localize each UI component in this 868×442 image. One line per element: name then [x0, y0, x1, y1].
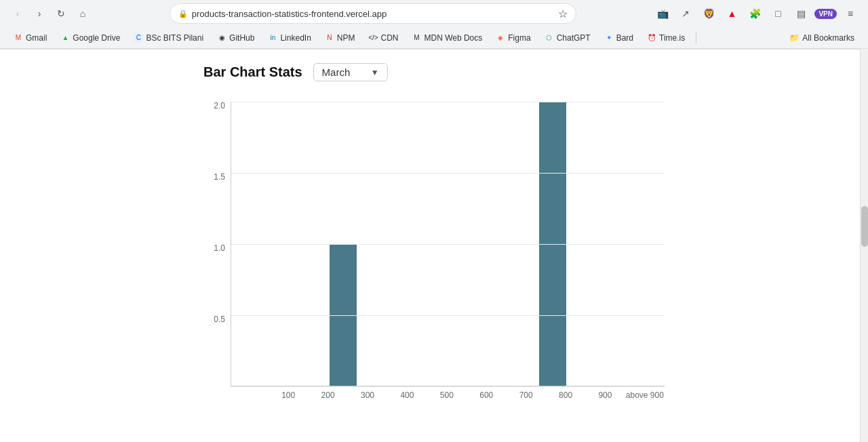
address-bar-container[interactable]: 🔒 products-transaction-statistics-fronte…	[170, 3, 576, 24]
bookmark-gdrive-label: Google Drive	[73, 33, 120, 43]
y-tick-15: 1.5	[214, 173, 225, 181]
x-tick-800: 800	[546, 386, 585, 400]
mdn-icon: M	[412, 33, 421, 43]
bookmark-linkedin-label: LinkedIn	[280, 33, 311, 43]
bookmark-star-icon[interactable]: ☆	[558, 7, 568, 20]
brave-icon[interactable]: 🦁	[699, 4, 718, 23]
chart-header: Bar Chart Stats March ▼	[14, 63, 854, 81]
bard-icon: ✦	[604, 33, 614, 43]
chevron-down-icon: ▼	[371, 68, 379, 77]
chart-plot	[231, 102, 665, 386]
bookmark-gdrive[interactable]: ▲ Google Drive	[55, 32, 125, 44]
chart-container: 2.0 1.5 1.0 0.5 100200300400500600700800…	[203, 102, 665, 400]
y-tick-10: 1.0	[214, 244, 225, 252]
vpn-badge: VPN	[814, 9, 837, 19]
brave-rewards-icon[interactable]: ▲	[722, 4, 741, 23]
bookmark-cdn[interactable]: </> CDN	[363, 32, 403, 44]
bookmark-chatgpt-label: ChatGPT	[557, 33, 591, 43]
bookmark-chatgpt[interactable]: ⬡ ChatGPT	[539, 32, 596, 44]
bookmark-timeis[interactable]: ⏰ Time.is	[642, 32, 690, 44]
timeis-icon: ⏰	[647, 33, 656, 43]
y-tick-05: 0.5	[214, 315, 225, 323]
home-button[interactable]: ⌂	[73, 4, 92, 23]
x-tick-500: 500	[427, 386, 467, 400]
x-tick-above 900: above 900	[625, 386, 665, 400]
profile-button[interactable]: □	[768, 4, 787, 23]
scrollbar-right[interactable]	[860, 49, 868, 429]
browser-chrome: ‹ › ↻ ⌂ 🔒 products-transaction-statistic…	[0, 0, 868, 49]
chatgpt-icon: ⬡	[545, 33, 554, 43]
x-tick-100: 100	[269, 386, 308, 400]
bookmark-bard-label: Bard	[616, 33, 633, 43]
x-tick-900: 900	[585, 386, 625, 400]
cdn-icon: </>	[368, 33, 378, 43]
grid-line	[231, 173, 665, 174]
chart-title: Bar Chart Stats	[203, 64, 302, 80]
selected-month-label: March	[322, 66, 351, 78]
bookmark-mdn-label: MDN Web Docs	[424, 33, 482, 43]
gmail-icon: M	[14, 33, 23, 43]
bookmark-timeis-label: Time.is	[659, 33, 685, 43]
bookmark-npm-label: NPM	[337, 33, 355, 43]
grid-line	[231, 386, 665, 387]
bookmark-github[interactable]: ◉ GitHub	[212, 32, 260, 44]
x-tick-600: 600	[467, 386, 506, 400]
bookmark-bard[interactable]: ✦ Bard	[599, 32, 639, 44]
bookmark-bsbits[interactable]: C BSc BITS Pilani	[128, 32, 209, 44]
menu-button[interactable]: ≡	[841, 4, 860, 23]
bookmark-github-label: GitHub	[229, 33, 254, 43]
y-tick-20: 2.0	[214, 102, 225, 110]
extensions-button[interactable]: 🧩	[745, 4, 764, 23]
bookmark-gmail-label: Gmail	[26, 33, 47, 43]
gdrive-icon: ▲	[60, 33, 70, 43]
share-button[interactable]: ↗	[676, 4, 695, 23]
x-tick-700: 700	[506, 386, 545, 400]
bookmark-npm[interactable]: N NPM	[319, 32, 361, 44]
linkedin-icon: in	[268, 33, 277, 43]
bookmarks-separator	[696, 33, 696, 43]
y-axis: 2.0 1.5 1.0 0.5	[203, 102, 231, 386]
bookmark-gmail[interactable]: M Gmail	[8, 32, 52, 44]
sidebar-button[interactable]: ▤	[791, 4, 810, 23]
bookmark-linkedin[interactable]: in LinkedIn	[262, 32, 316, 44]
address-bar-text: products-transaction-statistics-frontend…	[192, 9, 554, 19]
bookmark-figma-label: Figma	[508, 33, 530, 43]
reload-button[interactable]: ↻	[52, 4, 71, 23]
all-bookmarks-label: All Bookmarks	[802, 33, 854, 43]
bookmark-bsbits-label: BSc BITS Pilani	[146, 33, 203, 43]
bookmark-mdn[interactable]: M MDN Web Docs	[406, 32, 488, 44]
browser-toolbar: ‹ › ↻ ⌂ 🔒 products-transaction-statistic…	[0, 0, 868, 27]
figma-icon: ◈	[496, 33, 505, 43]
bookmark-cdn-label: CDN	[380, 33, 398, 43]
chart-area: 2.0 1.5 1.0 0.5	[203, 102, 665, 386]
back-button[interactable]: ‹	[8, 4, 27, 23]
month-dropdown[interactable]: March ▼	[313, 63, 388, 81]
grid-line	[231, 102, 665, 102]
nav-buttons: ‹ › ↻ ⌂	[8, 4, 92, 23]
scrollbar-thumb[interactable]	[861, 206, 868, 247]
cast-button[interactable]: 📺	[653, 4, 672, 23]
bsbits-icon: C	[134, 33, 143, 43]
grid-line	[231, 244, 665, 245]
page-content: Bar Chart Stats March ▼ 2.0 1.5 1.0 0.5	[0, 49, 868, 429]
all-bookmarks-button[interactable]: 📁 All Bookmarks	[784, 32, 860, 44]
bookmark-figma[interactable]: ◈ Figma	[490, 32, 536, 44]
x-tick-400: 400	[387, 386, 427, 400]
forward-button[interactable]: ›	[30, 4, 49, 23]
grid-line	[231, 315, 665, 316]
github-icon: ◉	[217, 33, 226, 43]
x-axis: 100200300400500600700800900above 900	[236, 386, 665, 400]
bookmarks-bar: M Gmail ▲ Google Drive C BSc BITS Pilani…	[0, 27, 868, 49]
lock-icon: 🔒	[178, 9, 188, 18]
x-tick-300: 300	[348, 386, 387, 400]
npm-icon: N	[325, 33, 334, 43]
x-tick-200: 200	[308, 386, 347, 400]
folder-icon: 📁	[789, 33, 800, 43]
browser-actions: 📺 ↗ 🦁 ▲ 🧩 □ ▤ VPN ≡	[653, 4, 860, 23]
